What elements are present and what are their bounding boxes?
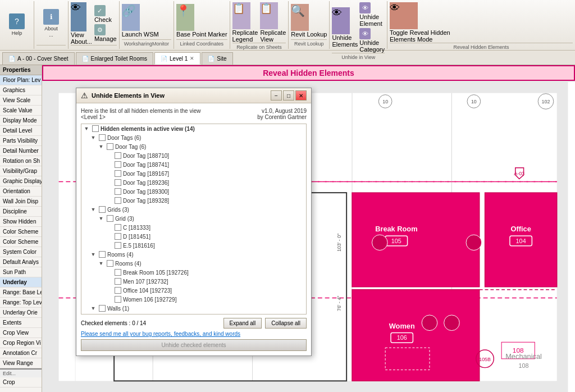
- tree-item-grid-d[interactable]: D [181451]: [81, 232, 306, 241]
- tree-checkbox-root[interactable]: [92, 125, 99, 132]
- tree-checkbox-break-room[interactable]: [115, 269, 121, 276]
- tree-expand-rooms-group[interactable]: ▼: [97, 261, 105, 266]
- expand-all-button[interactable]: Expand all: [223, 318, 262, 329]
- property-wall-join[interactable]: Wall Join Disp: [0, 197, 42, 207]
- tree-checkbox-door-189167[interactable]: [115, 170, 121, 177]
- property-underlay[interactable]: Underlay: [0, 277, 42, 288]
- tree-checkbox-rooms[interactable]: [99, 251, 106, 258]
- tab-level1[interactable]: 📄 Level 1 ✕: [154, 52, 200, 65]
- property-crop-region-vi[interactable]: Crop Region Vi: [0, 338, 42, 348]
- tree-expand-root[interactable]: ▼: [83, 126, 90, 131]
- tree-item-office[interactable]: Office 104 [192723]: [81, 286, 306, 295]
- tree-item-door-189328[interactable]: Door Tag [189328]: [81, 196, 306, 205]
- tree-item-door-188741[interactable]: Door Tag [188741]: [81, 160, 306, 169]
- collapse-all-button[interactable]: Collapse all: [265, 318, 307, 329]
- tree-checkbox-grid-e5[interactable]: [115, 242, 121, 249]
- about-button[interactable]: ℹ About...: [41, 8, 61, 39]
- dialog-minimize-button[interactable]: −: [271, 90, 282, 101]
- property-color-scheme-2[interactable]: Color Scheme: [0, 237, 42, 247]
- tree-expand-grid-group[interactable]: ▼: [97, 216, 105, 221]
- property-default-analysis[interactable]: Default Analys: [0, 257, 42, 267]
- property-underlay-orie[interactable]: Underlay Orie: [0, 308, 42, 318]
- tree-item-walls[interactable]: ▼ Walls (1): [81, 304, 306, 313]
- property-floor-plan[interactable]: Floor Plan: Lev: [0, 75, 42, 85]
- tree-checkbox-door-188710[interactable]: [115, 152, 121, 159]
- property-view-range[interactable]: View Range: [0, 358, 42, 368]
- tree-checkbox-men[interactable]: [115, 278, 121, 285]
- property-show-hidden[interactable]: Show Hidden: [0, 217, 42, 227]
- tree-checkbox-office[interactable]: [115, 287, 121, 294]
- tree-item-grid-c[interactable]: C [181333]: [81, 223, 306, 232]
- tree-expand-door-tags[interactable]: ▼: [89, 135, 97, 140]
- replicate-legend-button[interactable]: 📋 ReplicateLegend: [232, 2, 258, 43]
- property-scale-value[interactable]: Scale Value: [0, 106, 42, 116]
- tree-item-door-189236[interactable]: Door Tag [189236]: [81, 178, 306, 187]
- tree-checkbox-rooms-group[interactable]: [107, 260, 113, 267]
- toggle-reveal-button[interactable]: 👁 Toggle Reveal HiddenElements Mode: [390, 2, 450, 43]
- feedback-link[interactable]: Please send me all your bug reports, fee…: [81, 331, 307, 337]
- tab-site[interactable]: 📄 Site: [202, 52, 232, 65]
- check-button[interactable]: ✓ Check: [94, 5, 117, 23]
- tree-checkbox-door-tag-group[interactable]: [107, 143, 113, 150]
- tree-item-rooms[interactable]: ▼ Rooms (4): [81, 250, 306, 259]
- property-parts-visibility[interactable]: Parts Visibility: [0, 136, 42, 146]
- dialog-close-button[interactable]: ✕: [295, 90, 307, 101]
- tree-checkbox-door-189236[interactable]: [115, 179, 121, 186]
- replicate-view-button[interactable]: 📋 ReplicateView: [260, 2, 286, 43]
- tree-item-rooms-group[interactable]: ▼ Rooms (4): [81, 259, 306, 268]
- tree-item-basic-wall[interactable]: ▼ Basic Wall (1): [81, 313, 306, 314]
- tree-item-women[interactable]: Women 106 [192729]: [81, 295, 306, 304]
- help-button[interactable]: ? Help: [7, 12, 27, 38]
- tab-close-level1[interactable]: ✕: [190, 56, 194, 61]
- property-orientation[interactable]: Orientation: [0, 186, 42, 197]
- tree-item-men[interactable]: Men 107 [192732]: [81, 277, 306, 286]
- manage-button[interactable]: ⚙ Manage: [94, 24, 117, 42]
- tree-checkbox-door-tags[interactable]: [99, 134, 106, 141]
- tree-item-door-188710[interactable]: Door Tag [188710]: [81, 151, 306, 160]
- tree-checkbox-walls[interactable]: [99, 305, 106, 312]
- tree-checkbox-door-189300[interactable]: [115, 188, 121, 195]
- tab-cover-sheet[interactable]: 📄 A - 00 - Cover Sheet: [2, 52, 75, 65]
- tree-checkbox-door-188741[interactable]: [115, 161, 121, 168]
- property-range-base[interactable]: Range: Base Le: [0, 288, 42, 298]
- tree-checkbox-basic-wall[interactable]: [107, 314, 113, 314]
- revit-lookup-button[interactable]: 🔍 Revit Lookup: [291, 4, 327, 38]
- property-view-scale[interactable]: View Scale: [0, 95, 42, 106]
- tab-toilet-rooms[interactable]: 📄 Enlarged Toilet Rooms: [76, 52, 153, 65]
- tree-expand-door-tag-group[interactable]: ▼: [97, 144, 105, 149]
- property-rotation[interactable]: Rotation on Sh: [0, 156, 42, 166]
- dialog-maximize-button[interactable]: □: [283, 90, 294, 101]
- tree-checkbox-grid-d[interactable]: [115, 233, 121, 240]
- property-graphics[interactable]: Graphics: [0, 85, 42, 95]
- tree-item-grid-group[interactable]: ▼ Grid (3): [81, 214, 306, 223]
- property-visibility-graphics[interactable]: Visibility/Grap: [0, 166, 42, 176]
- property-crop[interactable]: Crop: [0, 377, 42, 388]
- property-display-mode[interactable]: Display Mode: [0, 116, 42, 126]
- tree-expand-rooms[interactable]: ▼: [89, 252, 97, 257]
- property-parts-vis-2[interactable]: Parts Visibility: [0, 388, 42, 390]
- tree-item-door-tag-group[interactable]: ▼ Door Tag (6): [81, 142, 306, 151]
- property-discipline[interactable]: Discipline: [0, 207, 42, 217]
- unhide-elements-button[interactable]: 👁 UnhideElements: [332, 7, 358, 48]
- unhide-checked-button[interactable]: Unhide checked elements: [81, 339, 307, 351]
- tree-checkbox-door-189328[interactable]: [115, 197, 121, 204]
- tree-expand-walls[interactable]: ▼: [89, 306, 97, 311]
- tree-checkbox-women[interactable]: [115, 296, 121, 303]
- tree-container[interactable]: ▼ Hidden elements in active view (14) ▼ …: [81, 124, 307, 314]
- property-crop-view[interactable]: Crop View: [0, 328, 42, 338]
- property-graphic-display[interactable]: Graphic Display: [0, 176, 42, 186]
- property-sun-path[interactable]: Sun Path: [0, 267, 42, 277]
- unhide-element-button[interactable]: 👁 UnhideElement: [359, 2, 385, 27]
- tree-item-break-room[interactable]: Break Room 105 [192726]: [81, 268, 306, 277]
- property-detail-level[interactable]: Detail Level: [0, 126, 42, 136]
- tree-checkbox-grid-c[interactable]: [115, 224, 121, 231]
- tree-checkbox-grid-group[interactable]: [107, 215, 113, 222]
- property-extents[interactable]: Extents: [0, 318, 42, 328]
- tree-item-door-tags[interactable]: ▼ Door Tags (6): [81, 133, 306, 142]
- tree-item-grid-e5[interactable]: E.5 [181616]: [81, 241, 306, 250]
- tree-item-root[interactable]: ▼ Hidden elements in active view (14): [81, 124, 306, 133]
- view-about-button[interactable]: 👁 ViewAbout...: [71, 2, 92, 45]
- property-system-color[interactable]: System Color: [0, 247, 42, 257]
- launch-wsm-button[interactable]: 🔗 Launch WSM: [122, 4, 159, 38]
- unhide-category-button[interactable]: 👁 UnhideCategory: [359, 28, 385, 53]
